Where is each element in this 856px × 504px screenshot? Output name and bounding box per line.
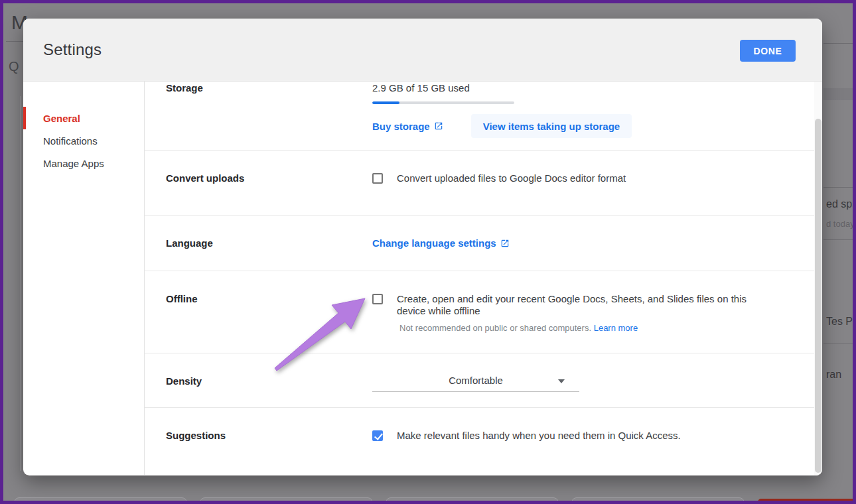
background-divider bbox=[823, 239, 856, 240]
settings-sidebar: General Notifications Manage Apps bbox=[23, 82, 145, 475]
convert-uploads-description: Convert uploaded files to Google Docs ed… bbox=[397, 172, 626, 184]
background-file-card bbox=[14, 497, 187, 504]
convert-uploads-checkbox[interactable] bbox=[372, 173, 383, 184]
offline-label: Offline bbox=[145, 271, 372, 353]
active-indicator bbox=[23, 107, 26, 129]
suggestions-label: Suggestions bbox=[145, 408, 372, 475]
storage-row: Storage 2.9 GB of 15 GB used Buy storage bbox=[145, 82, 814, 151]
dialog-title: Settings bbox=[43, 40, 102, 59]
background-red-button bbox=[758, 499, 856, 504]
offline-checkbox[interactable] bbox=[372, 294, 383, 304]
buy-storage-link[interactable]: Buy storage bbox=[372, 121, 443, 132]
background-timestamp-fragment: d today bbox=[826, 219, 855, 229]
offline-description: Create, open and edit your recent Google… bbox=[397, 293, 768, 317]
background-divider bbox=[823, 43, 856, 44]
background-filename-fragment: Tes PICS bbox=[826, 316, 856, 328]
change-language-link[interactable]: Change language settings bbox=[372, 237, 510, 249]
settings-content: Storage 2.9 GB of 15 GB used Buy storage bbox=[145, 82, 822, 475]
storage-label: Storage bbox=[145, 82, 372, 150]
view-storage-items-button[interactable]: View items taking up storage bbox=[471, 114, 632, 138]
background-file-card bbox=[386, 497, 559, 504]
background-search-partial: Q bbox=[9, 59, 19, 74]
background-row-band bbox=[823, 88, 853, 100]
density-selected-value: Comfortable bbox=[449, 375, 503, 386]
background-filename-fragment: ed sprea bbox=[826, 198, 856, 210]
language-row: Language Change language settings bbox=[145, 216, 814, 271]
background-card-edge bbox=[20, 96, 21, 471]
storage-progress-bar bbox=[372, 101, 514, 104]
dialog-header: Settings DONE bbox=[23, 19, 822, 82]
sidebar-item-manage-apps[interactable]: Manage Apps bbox=[23, 152, 144, 174]
done-button[interactable]: DONE bbox=[740, 40, 796, 62]
convert-uploads-row: Convert uploads Convert uploaded files t… bbox=[145, 151, 814, 216]
storage-usage-text: 2.9 GB of 15 GB used bbox=[372, 82, 814, 94]
sidebar-item-notifications[interactable]: Notifications bbox=[23, 129, 144, 152]
suggestions-description: Make relevant files handy when you need … bbox=[397, 430, 681, 442]
sidebar-item-general[interactable]: General bbox=[23, 107, 144, 129]
settings-dialog: Settings DONE General Notifications Mana… bbox=[23, 19, 822, 475]
suggestions-row: Suggestions Make relevant files handy wh… bbox=[145, 408, 814, 475]
background-file-card bbox=[200, 497, 373, 504]
density-row: Density Comfortable bbox=[145, 353, 814, 408]
offline-row: Offline Create, open and edit your recen… bbox=[145, 271, 814, 353]
background-file-card bbox=[571, 497, 745, 504]
open-in-new-icon bbox=[434, 121, 443, 131]
background-divider bbox=[823, 187, 856, 188]
storage-progress-fill bbox=[372, 101, 399, 104]
offline-note-text: Not recommended on public or shared comp… bbox=[399, 323, 591, 333]
open-in-new-icon bbox=[500, 239, 510, 248]
learn-more-link[interactable]: Learn more bbox=[594, 323, 638, 333]
convert-uploads-label: Convert uploads bbox=[145, 151, 372, 215]
density-label: Density bbox=[145, 353, 372, 407]
dialog-scrollbar-thumb[interactable] bbox=[815, 119, 821, 473]
dialog-scrollbar-track bbox=[814, 82, 822, 475]
density-dropdown[interactable]: Comfortable bbox=[372, 375, 579, 392]
suggestions-checkbox[interactable] bbox=[372, 430, 383, 441]
dropdown-arrow-icon bbox=[558, 379, 565, 383]
language-label: Language bbox=[145, 216, 372, 271]
background-filename-fragment: ran bbox=[826, 369, 841, 381]
background-divider bbox=[823, 344, 856, 344]
